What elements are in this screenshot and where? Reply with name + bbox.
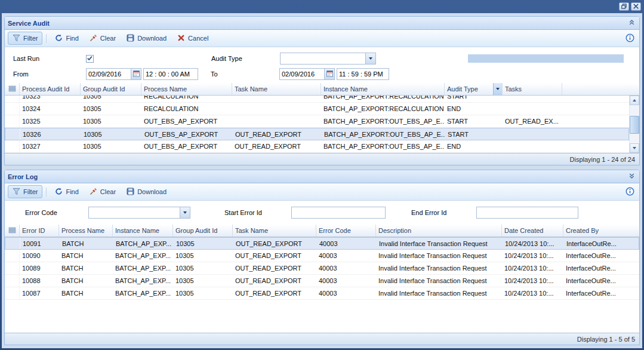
column-menu-button[interactable] <box>493 83 502 95</box>
funnel-icon <box>13 188 20 197</box>
table-row[interactable]: 10089 BATCH BATCH_AP_EXP... 10305 OUT_RE… <box>5 262 639 275</box>
column-header-audit-type-label: Audit Type <box>447 85 478 93</box>
column-header-error-id[interactable]: Error ID <box>20 225 59 237</box>
column-header-filler <box>562 83 639 95</box>
download-button[interactable]: Download <box>122 32 171 45</box>
cell: BATCH <box>59 275 113 287</box>
download-button[interactable]: Download <box>122 185 171 198</box>
download-button-label: Download <box>137 35 167 42</box>
broom-icon <box>90 34 97 43</box>
collapse-button[interactable] <box>627 172 636 182</box>
last-run-checkbox[interactable] <box>86 55 94 63</box>
filter-button[interactable]: Filter <box>8 32 42 45</box>
cancel-button[interactable]: Cancel <box>172 32 213 45</box>
column-header-date-created[interactable]: Date Created <box>502 225 563 237</box>
table-row[interactable]: 10324 10305 RECALCULATION BATCH_AP_EXPOR… <box>5 103 629 115</box>
service-audit-panel: Service Audit Filter Find Clear <box>4 16 640 165</box>
start-error-id-input[interactable] <box>291 207 386 219</box>
audit-type-input[interactable] <box>280 53 366 65</box>
scroll-down-button[interactable] <box>630 143 639 153</box>
column-header-group-audit-id[interactable]: Group Audit Id <box>173 225 233 237</box>
arrow-up-icon <box>633 99 636 102</box>
cell: 10305 <box>174 238 233 249</box>
scroll-up-button[interactable] <box>630 96 639 105</box>
vertical-scrollbar[interactable] <box>629 96 639 153</box>
collapse-button[interactable] <box>627 19 636 28</box>
info-button[interactable] <box>625 33 634 44</box>
column-header-task-name[interactable]: Task Name <box>232 83 321 95</box>
cell: 10088 <box>20 275 59 287</box>
column-header-description[interactable]: Description <box>376 225 502 237</box>
scroll-track[interactable] <box>630 105 639 143</box>
column-header-instance-name[interactable]: Instance Name <box>321 83 445 95</box>
row-icon-cell <box>5 140 20 152</box>
table-row-selected[interactable]: 10091 BATCH BATCH_AP_EXP... 10305 OUT_RE… <box>5 237 639 250</box>
download-button-label: Download <box>137 188 167 195</box>
end-error-id-input[interactable] <box>476 207 578 219</box>
table-row[interactable]: 10325 10305 OUT_EBS_AP_EXPORT BATCH_AP_E… <box>5 115 629 128</box>
cell: BATCH <box>59 287 113 299</box>
clear-button[interactable]: Clear <box>85 185 121 198</box>
cell: BATCH_AP_EXP... <box>113 262 173 274</box>
cell: 10324 <box>20 103 81 115</box>
find-button[interactable]: Find <box>50 32 83 45</box>
cell: OUT_EBS_AP_EXPORT <box>141 115 232 127</box>
cell: OUT_READ_EXPORT <box>233 287 316 299</box>
table-row[interactable]: 10087 BATCH BATCH_AP_EXP... 10305 OUT_RE… <box>5 287 639 300</box>
error-code-input[interactable] <box>88 207 180 219</box>
column-header-created-by[interactable]: Created By <box>563 225 639 237</box>
from-date-input[interactable] <box>86 68 131 80</box>
table-row[interactable]: 10090 BATCH BATCH_AP_EXP... 10305 OUT_RE… <box>5 250 639 262</box>
cell: 10327 <box>20 140 81 152</box>
arrow-down-icon <box>633 147 636 149</box>
service-audit-grid-body: 10323 10305 RECALCULATION BATCH_AP_EXPOR… <box>5 96 639 153</box>
table-row-selected[interactable]: 10326 10305 OUT_EBS_AP_EXPORT OUT_READ_E… <box>5 128 629 140</box>
panel-title: Error Log <box>8 173 627 180</box>
column-header-process-name[interactable]: Process Name <box>59 225 113 237</box>
find-button[interactable]: Find <box>50 185 83 198</box>
column-header-group-audit-id[interactable]: Group Audit Id <box>81 83 141 95</box>
cell: BATCH <box>60 238 113 249</box>
cell: 40003 <box>316 275 376 287</box>
service-audit-toolbar: Filter Find Clear Download Cancel <box>5 30 639 47</box>
cell: OUT_READ_EXPORT <box>233 128 322 140</box>
table-row[interactable]: 10088 BATCH BATCH_AP_EXP... 10305 OUT_RE… <box>5 275 639 287</box>
cell: 10/24/2013 10:... <box>502 275 563 287</box>
error-code-label: Error Code <box>25 209 88 216</box>
red-x-icon <box>177 34 185 43</box>
checkmark-icon <box>87 55 93 63</box>
error-code-combo-trigger[interactable] <box>180 207 190 219</box>
cell: 40003 <box>317 238 377 249</box>
column-header-task-name[interactable]: Task Name <box>233 225 316 237</box>
toolbar-right <box>625 187 636 197</box>
column-header-error-code[interactable]: Error Code <box>316 225 376 237</box>
info-button[interactable] <box>625 187 634 197</box>
cell: 10/24/2013 10:... <box>502 262 563 274</box>
clear-button-label: Clear <box>100 188 116 195</box>
to-date-input[interactable] <box>279 68 325 80</box>
row-icon-cell <box>5 103 20 115</box>
to-time-input[interactable] <box>337 68 389 80</box>
audit-type-combo-trigger[interactable] <box>366 53 376 65</box>
cell: 40003 <box>316 287 376 299</box>
restore-button[interactable] <box>619 2 629 11</box>
filter-button[interactable]: Filter <box>8 185 42 198</box>
column-header-process-name[interactable]: Process Name <box>141 83 232 95</box>
column-header-instance-name[interactable]: Instance Name <box>113 225 173 237</box>
from-time-input[interactable] <box>143 68 198 80</box>
cell: 10087 <box>20 287 59 299</box>
scroll-thumb[interactable] <box>630 116 639 134</box>
column-header-audit-type[interactable]: Audit Type <box>445 83 503 95</box>
close-button[interactable] <box>631 2 641 11</box>
status-text: Displaying 1 - 5 of 5 <box>577 336 635 343</box>
to-date-trigger[interactable] <box>325 68 335 80</box>
column-header-tasks[interactable]: Tasks <box>503 83 562 95</box>
clear-button[interactable]: Clear <box>85 32 121 45</box>
table-row[interactable]: 10323 10305 RECALCULATION BATCH_AP_EXPOR… <box>5 96 629 103</box>
table-row[interactable]: 10327 10305 OUT_EBS_AP_EXPORT OUT_READ_E… <box>5 140 629 153</box>
cell: 10/24/2013 10:... <box>502 250 563 262</box>
cell: 10305 <box>173 287 233 299</box>
from-date-trigger[interactable] <box>131 68 141 80</box>
dropdown-arrow-icon <box>496 88 500 90</box>
column-header-process-audit-id[interactable]: Process Audit Id <box>20 83 81 95</box>
